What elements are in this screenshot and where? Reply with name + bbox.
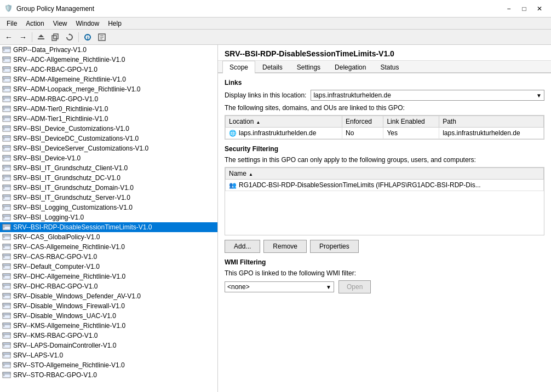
minimize-button[interactable]: − <box>502 3 516 14</box>
tree-item[interactable]: ≡SRV--STO-Allgemeine_Richtlinie-V1.0 <box>0 360 217 370</box>
tree-item[interactable]: ≡SRV--ADM-Allgemeine_Richtlinie-V1.0 <box>0 74 217 84</box>
menu-view[interactable]: View <box>49 19 72 28</box>
links-section-title: Links <box>225 79 544 87</box>
col-enforced[interactable]: Enforced <box>342 116 383 128</box>
svg-text:≡: ≡ <box>3 58 5 61</box>
tree-item[interactable]: ≡SRV--BSI_IT_Grundschutz_Domain-V1.0 <box>0 183 217 193</box>
tree-item[interactable]: ≡SRV--Disable_Windows_Defender_AV-V1.0 <box>0 291 217 301</box>
svg-text:≡: ≡ <box>3 265 5 268</box>
tree-item[interactable]: ≡SRV--BSI_IT_Grundschutz_Client-V1.0 <box>0 163 217 173</box>
col-name[interactable]: Name▲ <box>226 168 544 180</box>
tree-item[interactable]: ≡SRV--CAS-RBAC-GPO-V1.0 <box>0 252 217 262</box>
copy-button[interactable] <box>49 31 62 43</box>
tree-item[interactable]: ≡SRV--BSI_Logging_Customizations-V1.0 <box>0 203 217 212</box>
tree-item[interactable]: ≡SRV--BSI_Logging-V1.0 <box>0 212 217 222</box>
tree-item[interactable]: ≡SRV--BSI_DeviceDC_Customizations-V1.0 <box>0 134 217 143</box>
tree-item[interactable]: ≡SRV--Disable_Windows_UAC-V1.0 <box>0 311 217 321</box>
tree-item[interactable]: ≡SRV--STO-RBAC-GPO-V1.0 <box>0 370 217 380</box>
tree-item-label: SRV--ADM-Tier0_Richtlinie-V1.0 <box>13 105 108 113</box>
tree-item[interactable]: ≡SRV--CAS-Allgemeine_Richtlinie-V1.0 <box>0 242 217 252</box>
tree-item-label: SRV--KMS-Allgemeine_Richtlinie-V1.0 <box>13 322 125 330</box>
tree-item-label: SRV--KMS-RBAC-GPO-V1.0 <box>13 332 97 339</box>
svg-rect-0 <box>38 38 44 39</box>
cell-path: laps.infrastrukturhelden.de <box>439 128 544 139</box>
tree-item[interactable]: ≡SRV--LAPS-V1.0 <box>0 350 217 360</box>
tree-item-label: GRP--Data_Privacy-V1.0 <box>13 46 87 54</box>
tree-item[interactable]: ≡SRV--ADC-RBAC-GPO-V1.0 <box>0 65 217 74</box>
properties-button[interactable]: i <box>81 31 94 43</box>
svg-text:≡: ≡ <box>3 68 5 71</box>
tree-view[interactable]: ≡GRP--Data_Privacy-V1.0≡SRV--ADC-Allgeme… <box>0 45 217 392</box>
location-dropdown[interactable]: laps.infrastrukturhelden.de ▼ <box>311 90 544 101</box>
table-row[interactable]: 🌐laps.infrastrukturhelden.de No Yes laps… <box>226 128 544 139</box>
refresh-button[interactable] <box>63 31 76 43</box>
maximize-button[interactable]: □ <box>517 3 531 14</box>
menu-action[interactable]: Action <box>21 19 48 28</box>
tree-item-label: SRV--BSI_Device-V1.0 <box>13 154 81 162</box>
tree-item[interactable]: ≡GRP--Data_Privacy-V1.0 <box>0 45 217 55</box>
tree-item[interactable]: ≡SRV--ADM-Tier0_Richtlinie-V1.0 <box>0 104 217 114</box>
tree-item[interactable]: ≡SRV--BSI_DeviceServer_Customizations-V1… <box>0 143 217 153</box>
close-button[interactable]: ✕ <box>532 3 547 14</box>
tree-item[interactable]: ≡SRV--ADM-RBAC-GPO-V1.0 <box>0 94 217 104</box>
add-button[interactable]: Add... <box>225 240 260 253</box>
wmi-open-button[interactable]: Open <box>338 280 371 293</box>
properties-sec-button[interactable]: Properties <box>310 240 359 253</box>
tree-item[interactable]: ≡SRV--BSI_Device_Customizations-V1.0 <box>0 124 217 134</box>
tree-item-label: SRV--BSI_DeviceServer_Customizations-V1.… <box>13 145 148 152</box>
col-link-enabled[interactable]: Link Enabled <box>383 116 439 128</box>
tree-item-label: SRV--BSI_Logging-V1.0 <box>13 214 84 221</box>
tab-details[interactable]: Details <box>255 61 290 73</box>
tree-item[interactable]: ≡SRV--CAS_GlobalPolicy-V1.0 <box>0 232 217 242</box>
tree-item[interactable]: ≡SRV--ADM-Tier1_Richtlinie-V1.0 <box>0 114 217 124</box>
tree-item[interactable]: ≡SRV--DHC-Allgemeine_Richtlinie-V1.0 <box>0 272 217 281</box>
links-table-scroll[interactable]: Location▲ Enforced Link Enabled Path 🌐la… <box>225 116 544 139</box>
policy-icon: ≡ <box>2 302 11 310</box>
wmi-section-title: WMI Filtering <box>225 258 544 266</box>
tab-status[interactable]: Status <box>373 61 406 73</box>
tree-item[interactable]: ≡SRV--KMS-RBAC-GPO-V1.0 <box>0 331 217 341</box>
back-button[interactable]: ← <box>2 31 15 43</box>
wmi-row: <none> ▼ Open <box>225 280 544 293</box>
tab-settings[interactable]: Settings <box>290 61 328 73</box>
tree-item[interactable]: ≡SRV--Default_Computer-V1.0 <box>0 262 217 272</box>
col-path[interactable]: Path <box>439 116 544 128</box>
svg-text:≡: ≡ <box>3 226 5 229</box>
tree-item[interactable]: ≡SRV--LAPS-DomainController-V1.0 <box>0 341 217 350</box>
security-table-container: Name▲ 👥RG1ADC-BSI-RDP-DisableSessionTime… <box>225 167 544 235</box>
remove-button[interactable]: Remove <box>263 240 307 253</box>
policy-icon: ≡ <box>2 341 11 350</box>
tree-item[interactable]: ≡SRV--BSI_Device-V1.0 <box>0 153 217 163</box>
wmi-info-text: This GPO is linked to the following WMI … <box>225 269 544 277</box>
tree-item-label: SRV--BSI_Device_Customizations-V1.0 <box>13 125 129 132</box>
tab-scope[interactable]: Scope <box>222 61 255 73</box>
tree-item[interactable]: ≡SRV--Disable_Windows_Firewall-V1.0 <box>0 301 217 311</box>
tree-item[interactable]: ≡SRV--BSI-RDP-DisableSessionTimeLimits-V… <box>0 222 217 232</box>
tree-item-label: SRV--BSI_IT_Grundschutz_DC-V1.0 <box>13 174 120 182</box>
wizard-button[interactable] <box>95 31 108 43</box>
menu-window[interactable]: Window <box>72 19 104 28</box>
tree-item[interactable]: ≡SRV--KMS-Allgemeine_Richtlinie-V1.0 <box>0 321 217 331</box>
policy-icon: ≡ <box>2 124 11 133</box>
tree-item[interactable]: ≡SRV--DHC-RBAC-GPO-V1.0 <box>0 281 217 291</box>
policy-icon: ≡ <box>2 272 11 281</box>
menu-file[interactable]: File <box>2 19 21 28</box>
title-bar-controls: − □ ✕ <box>502 3 547 14</box>
svg-text:≡: ≡ <box>3 344 5 347</box>
cell-name: 👥RG1ADC-BSI-RDP-DisableSessionTimeLimits… <box>226 180 544 191</box>
col-location[interactable]: Location▲ <box>226 116 342 128</box>
tree-item[interactable]: ≡SRV--ADC-Allgemeine_Richtlinie-V1.0 <box>0 55 217 65</box>
table-row[interactable]: 👥RG1ADC-BSI-RDP-DisableSessionTimeLimits… <box>226 180 544 191</box>
wmi-dropdown[interactable]: <none> ▼ <box>225 281 334 292</box>
cell-location: 🌐laps.infrastrukturhelden.de <box>226 128 342 139</box>
tree-item[interactable]: ≡SRV--ADM-Loopack_merge_Richtlinie-V1.0 <box>0 84 217 94</box>
tree-item[interactable]: ≡SRV--BSI_IT_Grundschutz_Server-V1.0 <box>0 193 217 203</box>
up-button[interactable] <box>35 31 48 43</box>
policy-icon: ≡ <box>2 65 11 74</box>
tree-item-label: SRV--LAPS-V1.0 <box>13 351 63 359</box>
forward-button[interactable]: → <box>16 31 30 43</box>
dropdown-arrow-icon: ▼ <box>536 93 542 99</box>
tree-item[interactable]: ≡SRV--BSI_IT_Grundschutz_DC-V1.0 <box>0 173 217 183</box>
menu-help[interactable]: Help <box>104 19 126 28</box>
tab-delegation[interactable]: Delegation <box>328 61 373 73</box>
